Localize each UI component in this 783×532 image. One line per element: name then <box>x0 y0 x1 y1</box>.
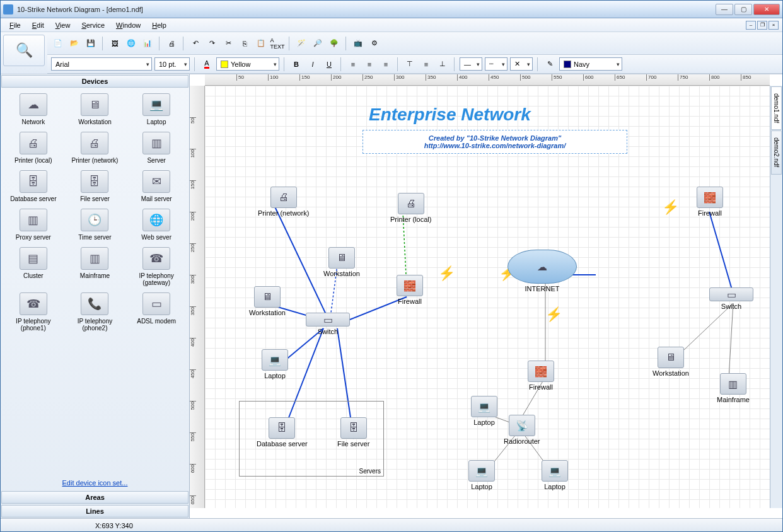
menu-help[interactable]: Help <box>147 20 171 30</box>
toolbar-main: 📄 📂 💾 🖼 🌐 📊 🖨 ↶ ↷ ✂ ⎘ 📋 ATEXT 🪄 🔎 🌳 📺 ⚙ <box>47 32 782 55</box>
line-pattern-combo[interactable]: ✕ <box>510 57 533 71</box>
servers-group[interactable]: Servers <box>239 401 384 477</box>
mdi-close-button[interactable]: × <box>768 21 779 30</box>
device-tree-button[interactable]: 🌳 <box>327 37 341 50</box>
node-internet[interactable]: ☁INTERNET <box>508 250 577 292</box>
device-workstation[interactable]: 🖥Workstation <box>65 91 125 128</box>
menu-file[interactable]: File <box>4 20 26 30</box>
diagram-subtitle[interactable]: Created by "10-Strike Network Diagram" h… <box>362 130 627 154</box>
valign-middle-button[interactable]: ≡ <box>419 57 433 71</box>
device-file-server[interactable]: 🗄File server <box>65 168 125 205</box>
font-family-combo[interactable]: Arial <box>51 57 152 71</box>
device-web-sever[interactable]: 🌐Web sever <box>126 206 187 243</box>
device-ip-telephony-phone2-[interactable]: 📞IP telephony (phone2) <box>65 290 125 334</box>
new-button[interactable]: 📄 <box>51 37 65 50</box>
node-laptop1[interactable]: 💻Laptop <box>262 349 288 379</box>
node-workstation2[interactable]: 🖥Workstation <box>249 286 286 316</box>
redo-button[interactable]: ↷ <box>205 37 219 50</box>
node-mainframe[interactable]: ▥Mainframe <box>717 373 750 403</box>
node-workstation3[interactable]: 🖥Workstation <box>652 347 689 377</box>
tab-demo2[interactable]: demo2.ndf <box>771 130 782 174</box>
device-proxy-server[interactable]: ▥Proxy server <box>3 206 64 243</box>
valign-top-button[interactable]: ⊤ <box>403 57 417 71</box>
node-switch1[interactable]: ▭Switch <box>306 313 350 335</box>
mdi-restore-button[interactable]: ❐ <box>757 21 767 30</box>
diagram-title[interactable]: Enterprise Network <box>369 105 531 125</box>
line-color-button[interactable]: ✎ <box>543 57 557 71</box>
device-time-server[interactable]: 🕒Time server <box>65 206 125 243</box>
device-server[interactable]: ▥Server <box>126 129 187 166</box>
wizard-button[interactable]: 🪄 <box>294 37 308 50</box>
areas-header[interactable]: Areas <box>1 491 188 504</box>
device-cluster[interactable]: ▤Cluster <box>3 245 64 289</box>
device-ip-telephony-phone1-[interactable]: ☎IP telephony (phone1) <box>3 290 64 334</box>
devices-header[interactable]: Devices <box>1 75 188 88</box>
settings-button[interactable]: ⚙ <box>368 37 381 50</box>
font-color-button[interactable]: A <box>200 57 214 71</box>
node-workstation[interactable]: 🖥Workstation <box>323 247 360 277</box>
device-label: Database server <box>10 195 56 202</box>
maximize-button[interactable]: ▢ <box>734 4 752 15</box>
node-firewall3[interactable]: 🧱Firewall <box>528 361 554 391</box>
search-button[interactable]: 🔎 <box>311 37 325 50</box>
node-firewall2[interactable]: 🧱Firewall <box>697 187 723 217</box>
menu-window[interactable]: Window <box>111 20 146 30</box>
align-right-button[interactable]: ≡ <box>379 57 393 71</box>
device-mail-server[interactable]: ✉Mail server <box>126 168 187 205</box>
node-laptop3[interactable]: 💻Laptop <box>468 460 495 490</box>
align-center-button[interactable]: ≡ <box>362 57 376 71</box>
device-icon: ✉ <box>142 170 170 193</box>
align-left-button[interactable]: ≡ <box>346 57 360 71</box>
add-text-button[interactable]: ATEXT <box>270 37 284 50</box>
monitor-button[interactable]: 📺 <box>351 37 365 50</box>
close-button[interactable]: ✕ <box>753 4 780 15</box>
node-printer-network[interactable]: 🖨Printer (network) <box>258 187 309 217</box>
undo-button[interactable]: ↶ <box>188 37 202 50</box>
line-width-combo[interactable]: — <box>460 57 482 71</box>
cut-button[interactable]: ✂ <box>221 37 235 50</box>
valign-bottom-button[interactable]: ⊥ <box>436 57 450 71</box>
underline-button[interactable]: U <box>322 57 336 71</box>
device-mainframe[interactable]: ▥Mainframe <box>65 245 125 289</box>
paste-button[interactable]: 📋 <box>254 37 268 50</box>
menu-view[interactable]: View <box>50 20 76 30</box>
edit-icon-set-link[interactable]: Edit device icon set... <box>1 475 189 490</box>
export-visio-button[interactable]: 📊 <box>141 37 154 50</box>
lines-header[interactable]: Lines <box>1 505 188 518</box>
node-printer-local[interactable]: 🖨Printer (local) <box>390 193 431 223</box>
save-button[interactable]: 💾 <box>84 37 98 50</box>
device-printer-local-[interactable]: 🖨Printer (local) <box>3 129 64 166</box>
open-button[interactable]: 📂 <box>67 37 81 50</box>
device-label: File server <box>80 195 110 202</box>
copy-button[interactable]: ⎘ <box>238 37 252 50</box>
mdi-minimize-button[interactable]: – <box>746 21 756 30</box>
menu-service[interactable]: Service <box>76 20 110 30</box>
line-style-combo[interactable]: ┄ <box>485 57 508 71</box>
line-color-combo[interactable]: Navy <box>559 57 622 71</box>
device-adsl-modem[interactable]: ▭ADSL modem <box>126 290 187 334</box>
tab-demo1[interactable]: demo1.ndf <box>771 86 782 130</box>
font-size-combo[interactable]: 10 pt. <box>154 57 190 71</box>
print-button[interactable]: 🖨 <box>165 37 178 50</box>
scan-network-button[interactable]: 🔍 <box>3 35 45 66</box>
node-switch2[interactable]: ▭Switch <box>709 287 753 310</box>
export-image-button[interactable]: 🖼 <box>108 37 122 50</box>
node-radiorouter[interactable]: 📡Radiorouter <box>504 415 540 445</box>
diagram-canvas[interactable]: ⚡ ⚡ ⚡ ⚡ Enterprise Network Created by "1… <box>205 86 770 508</box>
statusbar: X:693 Y:340 <box>1 518 782 532</box>
device-ip-telephony-gateway-[interactable]: ☎IP telephony (gateway) <box>126 245 187 289</box>
device-printer-network-[interactable]: 🖨Printer (network) <box>65 129 125 166</box>
menu-edit[interactable]: Edit <box>27 20 49 30</box>
fill-color-combo[interactable]: Yellow <box>216 57 279 71</box>
node-laptop2[interactable]: 💻Laptop <box>471 396 497 426</box>
device-database-server[interactable]: 🗄Database server <box>3 168 64 205</box>
bold-button[interactable]: B <box>289 57 303 71</box>
export-html-button[interactable]: 🌐 <box>124 37 138 50</box>
minimize-button[interactable]: — <box>716 4 733 15</box>
italic-button[interactable]: I <box>306 57 320 71</box>
device-network[interactable]: ☁Network <box>3 91 64 128</box>
node-firewall1[interactable]: 🧱Firewall <box>397 275 423 305</box>
device-laptop[interactable]: 💻Laptop <box>126 91 187 128</box>
ruler-horizontal: 5010015020025030035040045050055060065070… <box>205 74 770 86</box>
node-laptop4[interactable]: 💻Laptop <box>542 460 568 490</box>
